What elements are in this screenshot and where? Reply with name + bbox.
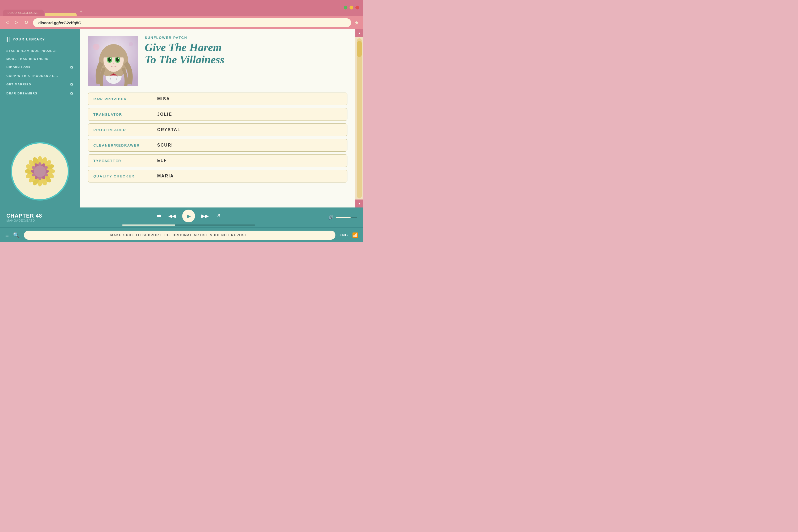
play-button[interactable]: ▶ (182, 210, 195, 222)
credit-row-cleaner: CLEANER/REDRAWER SCURI (88, 139, 347, 152)
manga-header: SUNFLOWER PATCH Give The Harem To The Vi… (88, 36, 347, 86)
repeat-button[interactable]: ↺ (215, 212, 221, 220)
language-button[interactable]: ENG (340, 233, 348, 237)
credit-label-quality: QUALITY CHECKER (93, 174, 152, 178)
svg-point-39 (110, 58, 111, 59)
library-icon: ||| (5, 36, 10, 42)
credit-value-proofreader: CRYSTAL (157, 128, 180, 132)
scroll-track (357, 38, 362, 198)
menu-button[interactable]: ≡ (5, 232, 9, 239)
sunflower-logo (11, 142, 69, 201)
sidebar-item-label: STAR DREAM IDOL PROJECT (6, 49, 57, 52)
svg-point-31 (93, 44, 99, 50)
credit-row-raw-provider: RAW PROVIDER MISA (88, 93, 347, 105)
credit-value-translator: JOLIE (157, 112, 172, 117)
library-title-label: YOUR LIBRARY (13, 37, 45, 41)
credit-row-typesetter: TYPESETTER ELF (88, 154, 347, 167)
new-tab-button[interactable]: + (78, 8, 84, 15)
controls-row: ⇌ ◀◀ ▶ ▶▶ ↺ (156, 210, 221, 222)
close-button[interactable] (355, 6, 359, 10)
sidebar-item-label: CARP WITH A THOUSAND E... (6, 74, 58, 77)
volume-bar[interactable] (336, 217, 357, 218)
sidebar-item-label: DEAR DREAMERS (6, 92, 38, 95)
sidebar-item-more-than-brothers[interactable]: MORE THAN BROTHERS (5, 55, 75, 63)
svg-point-37 (108, 57, 111, 62)
main-area: ||| YOUR LIBRARY STAR DREAM IDOL PROJECT… (0, 29, 363, 208)
sidebar-item-label: GET MARRIED (6, 83, 32, 86)
tab-inactive-label: DISCORD.GG/ERG2Z... (7, 11, 39, 14)
chapter-info: CHAPTER 48 MANGADEX/BATO (6, 213, 49, 222)
notice-bar: MAKE SURE TO SUPPORT THE ORIGINAL ARTIST… (24, 231, 336, 240)
scroll-down-button[interactable]: ▼ (355, 200, 363, 208)
maximize-button[interactable] (349, 6, 353, 10)
credit-label-translator: TRANSLATOR (93, 113, 152, 116)
volume-area: 🔊 (328, 215, 357, 220)
notice-text: MAKE SURE TO SUPPORT THE ORIGINAL ARTIST… (110, 233, 249, 237)
sidebar-item-carp[interactable]: CARP WITH A THOUSAND E... (5, 72, 75, 80)
credit-row-quality-checker: QUALITY CHECKER MARIA (88, 170, 347, 183)
scrollbar: ▲ ▼ (355, 29, 363, 208)
credit-value-raw: MISA (157, 97, 170, 101)
star-icon: ✿ (70, 65, 74, 70)
nav-refresh-button[interactable]: ↻ (23, 19, 30, 26)
credit-label-raw: RAW PROVIDER (93, 97, 152, 101)
volume-icon: 🔊 (328, 215, 334, 220)
nav-forward-button[interactable]: > (14, 19, 20, 26)
credit-label-cleaner: CLEANER/REDRAWER (93, 144, 152, 147)
wifi-icon: 📶 (352, 232, 358, 238)
address-input[interactable] (33, 18, 351, 27)
credit-row-proofreader: PROOFREADER CRYSTAL (88, 124, 347, 136)
next-button[interactable]: ▶▶ (200, 212, 210, 220)
sidebar-item-label: MORE THAN BROTHERS (6, 57, 49, 60)
tab-inactive[interactable]: DISCORD.GG/ERG2Z... (3, 10, 44, 16)
progress-bar[interactable] (122, 225, 255, 226)
minimize-button[interactable] (344, 6, 347, 10)
svg-point-28 (34, 166, 46, 177)
star-icon: ✿ (70, 91, 74, 95)
svg-point-32 (129, 42, 133, 46)
credit-value-cleaner: SCURI (157, 143, 173, 148)
sidebar-item-hidden-love[interactable]: HIDDEN LOVE ✿ (5, 63, 75, 72)
nav-back-button[interactable]: < (4, 19, 11, 26)
manga-title-line1: Give The Harem (145, 41, 222, 54)
sidebar-list: STAR DREAM IDOL PROJECT MORE THAN BROTHE… (0, 47, 80, 139)
svg-point-41 (113, 63, 114, 64)
cover-art (88, 36, 138, 86)
prev-button[interactable]: ◀◀ (167, 212, 177, 220)
credit-value-typesetter: ELF (157, 158, 167, 163)
credit-label-proofreader: PROOFREADER (93, 128, 152, 132)
sidebar-item-dear-dreamers[interactable]: DEAR DREAMERS ✿ (5, 89, 75, 98)
sidebar-item-label: HIDDEN LOVE (6, 66, 31, 69)
bottom-bar: ≡ 🔍 MAKE SURE TO SUPPORT THE ORIGINAL AR… (0, 227, 363, 242)
tab-active[interactable] (45, 13, 77, 16)
manga-title: Give The Harem To The Villainess (145, 41, 347, 66)
star-icon: ✿ (70, 82, 74, 87)
shuffle-button[interactable]: ⇌ (156, 212, 162, 220)
scroll-up-button[interactable]: ▲ (355, 29, 363, 37)
search-button[interactable]: 🔍 (13, 232, 20, 238)
manga-cover (88, 36, 138, 86)
sidebar-item-get-married[interactable]: GET MARRIED ✿ (5, 80, 75, 89)
credit-value-quality: MARIA (157, 174, 174, 178)
tab-bar: DISCORD.GG/ERG2Z... + (3, 8, 360, 16)
player-bar: CHAPTER 48 MANGADEX/BATO ⇌ ◀◀ ▶ ▶▶ ↺ 🔊 (0, 208, 363, 227)
player-controls: ⇌ ◀◀ ▶ ▶▶ ↺ (54, 210, 323, 226)
manga-title-line2: To The Villainess (145, 54, 225, 66)
credit-label-typesetter: TYPESETTER (93, 159, 152, 163)
sidebar-item-star-dream[interactable]: STAR DREAM IDOL PROJECT (5, 47, 75, 55)
main-content: SUNFLOWER PATCH Give The Harem To The Vi… (80, 29, 355, 208)
chapter-source: MANGADEX/BATO (6, 219, 49, 222)
chapter-number: CHAPTER 48 (6, 213, 49, 219)
scroll-thumb[interactable] (357, 41, 362, 57)
library-header: ||| YOUR LIBRARY (0, 34, 80, 47)
sunflower-svg (19, 150, 61, 193)
browser-chrome: DISCORD.GG/ERG2Z... + (0, 0, 363, 16)
address-bar-row: < > ↻ ★ (0, 16, 363, 29)
window-controls (344, 6, 359, 10)
credit-row-translator: TRANSLATOR JOLIE (88, 108, 347, 121)
progress-fill (122, 225, 175, 226)
svg-point-40 (118, 58, 119, 59)
bookmark-button[interactable]: ★ (354, 19, 359, 26)
svg-point-38 (116, 57, 119, 62)
group-name: SUNFLOWER PATCH (145, 36, 347, 40)
